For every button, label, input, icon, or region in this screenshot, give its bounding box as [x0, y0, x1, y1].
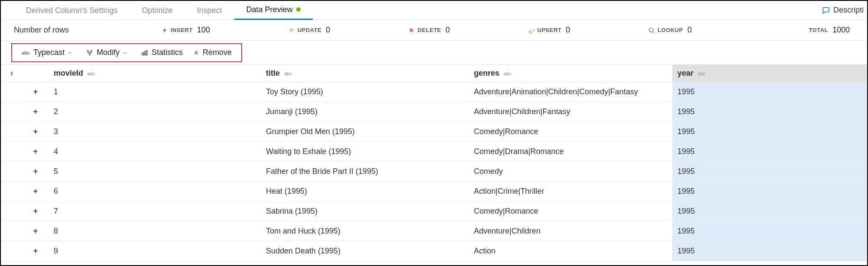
stat-key: TOTAL [809, 27, 828, 33]
table-row[interactable]: +2Jumanji (1995)Adventure|Children|Fanta… [1, 102, 867, 122]
tab-label: Derived Column's Settings [26, 1, 118, 20]
stat-value: 0 [326, 26, 330, 35]
search-icon [648, 27, 655, 34]
modify-button[interactable]: Modify [81, 44, 136, 61]
remove-button[interactable]: Remove [188, 44, 237, 61]
column-header-year[interactable]: year abc [672, 65, 867, 82]
column-toolbar-highlight: abc Typecast Modify Statistics Remove [11, 43, 242, 62]
header-label: year [677, 69, 693, 78]
column-toolbar-row: abc Typecast Modify Statistics Remove [1, 41, 867, 65]
tab-data-preview[interactable]: Data Preview [234, 1, 313, 20]
header-label: genres [474, 69, 499, 78]
tab-bar: Derived Column's Settings Optimize Inspe… [1, 1, 867, 20]
plus-icon: + [33, 187, 38, 196]
cell-genres: Comedy|Romance [469, 122, 672, 141]
expand-cell [1, 82, 23, 102]
chevron-down-icon [67, 50, 72, 55]
add-row-button[interactable]: + [23, 82, 49, 102]
tab-derived-column-settings[interactable]: Derived Column's Settings [14, 1, 130, 20]
add-row-button[interactable]: + [23, 202, 49, 221]
cell-genres: Adventure|Animation|Children|Comedy|Fant… [469, 82, 672, 102]
asterisk-plus-icon: ✳+ [528, 27, 535, 34]
svg-rect-6 [144, 51, 146, 55]
add-row-button[interactable]: + [23, 162, 49, 181]
cell-title: Father of the Bride Part II (1995) [261, 162, 469, 181]
plus-icon: + [33, 87, 38, 96]
plus-icon: + [33, 127, 38, 136]
svg-marker-10 [11, 71, 13, 73]
cell-title: Toy Story (1995) [261, 82, 469, 102]
cell-year: 1995 [672, 221, 867, 241]
table-row[interactable]: +5Father of the Bride Part II (1995)Come… [1, 162, 867, 182]
add-row-button[interactable]: + [23, 221, 49, 241]
cell-genres: Adventure|Children [469, 221, 672, 241]
table-row[interactable]: +3Grumpier Old Men (1995)Comedy|Romance1… [1, 122, 867, 142]
cell-title: Grumpier Old Men (1995) [261, 122, 469, 141]
typecast-button[interactable]: abc Typecast [16, 44, 81, 61]
svg-marker-11 [11, 74, 13, 76]
cell-year: 1995 [672, 102, 867, 122]
close-icon [193, 50, 199, 56]
stat-delete: ✕ DELETE 0 [408, 26, 450, 35]
table-row[interactable]: +9Sudden Death (1995)Action1995 [1, 241, 867, 261]
stat-value: 100 [197, 26, 210, 35]
svg-point-2 [87, 50, 89, 51]
tab-optimize[interactable]: Optimize [130, 1, 185, 20]
status-dot-icon [296, 7, 301, 12]
cell-year: 1995 [672, 202, 867, 221]
expand-cell [1, 122, 23, 141]
data-grid: movieId abc title abc genres abc year ab… [1, 65, 867, 261]
add-row-button[interactable]: + [23, 102, 49, 122]
header-label: movieId [54, 69, 83, 78]
tab-inspect[interactable]: Inspect [185, 1, 234, 20]
add-row-button[interactable]: + [23, 122, 49, 141]
cell-year: 1995 [672, 122, 867, 141]
column-header-movieid[interactable]: movieId abc [49, 65, 261, 82]
grid-header: movieId abc title abc genres abc year ab… [1, 65, 867, 82]
cell-genres: Comedy|Drama|Romance [469, 142, 672, 161]
cell-genres: Adventure|Children|Fantasy [469, 102, 672, 122]
stat-key: UPDATE [298, 27, 321, 33]
stat-key: INSERT [171, 27, 193, 33]
svg-point-3 [91, 50, 92, 51]
svg-rect-5 [142, 53, 143, 55]
stat-lookup: LOOKUP 0 [648, 26, 692, 35]
cell-year: 1995 [672, 82, 867, 102]
stat-value: 0 [687, 26, 692, 35]
add-row-button[interactable]: + [23, 182, 49, 201]
expand-cell [1, 142, 23, 161]
type-badge: abc [504, 71, 512, 76]
svg-rect-7 [146, 50, 147, 55]
table-row[interactable]: +6Heat (1995)Action|Crime|Thriller1995 [1, 182, 867, 202]
table-row[interactable]: +4Waiting to Exhale (1995)Comedy|Drama|R… [1, 142, 867, 162]
chevron-down-icon [122, 50, 127, 55]
cell-movieid: 2 [49, 102, 261, 122]
statistics-button[interactable]: Statistics [136, 44, 188, 61]
svg-point-0 [649, 28, 653, 32]
stat-value: 1000 [832, 26, 850, 35]
type-badge: abc [698, 71, 706, 76]
stat-upsert: ✳+ UPSERT 0 [528, 26, 570, 35]
svg-point-4 [89, 54, 91, 55]
add-row-button[interactable]: + [23, 142, 49, 161]
tab-label: Data Preview [246, 0, 293, 19]
button-label: Typecast [33, 48, 65, 57]
plus-icon: + [161, 27, 168, 34]
cell-movieid: 6 [49, 182, 261, 201]
plus-icon: + [33, 167, 38, 176]
description-link[interactable]: Descripti [822, 6, 867, 15]
column-header-title[interactable]: title abc [261, 65, 469, 82]
table-row[interactable]: +1Toy Story (1995)Adventure|Animation|Ch… [1, 82, 867, 102]
plus-icon: + [33, 207, 38, 216]
stat-total: TOTAL 1000 [806, 26, 850, 35]
grid-body: +1Toy Story (1995)Adventure|Animation|Ch… [1, 82, 867, 261]
stat-insert: + INSERT 100 [161, 26, 210, 35]
tab-label: Optimize [142, 1, 173, 20]
table-row[interactable]: +7Sabrina (1995)Comedy|Romance1995 [1, 202, 867, 221]
expand-cell [1, 182, 23, 201]
column-header-genres[interactable]: genres abc [469, 65, 672, 82]
sort-toggle[interactable] [1, 65, 23, 82]
add-row-button[interactable]: + [23, 241, 49, 261]
table-row[interactable]: +8Tom and Huck (1995)Adventure|Children1… [1, 221, 867, 241]
cell-movieid: 8 [49, 221, 261, 241]
